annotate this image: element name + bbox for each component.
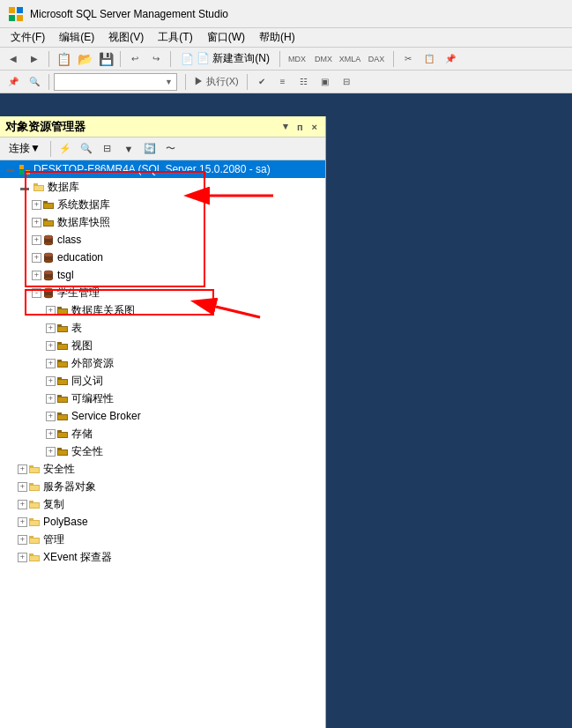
tree-node-replication[interactable]: + 复制 — [0, 495, 325, 513]
check-button[interactable]: ✔ — [252, 72, 271, 92]
new-query-button[interactable]: 📄 📄 新建查询(N) — [175, 49, 275, 68]
tree-node-security[interactable]: + 安全性 — [0, 460, 325, 478]
oe-pin-button[interactable]: ▾ — [280, 121, 291, 132]
svg-rect-38 — [58, 327, 67, 331]
expander-storage[interactable]: + — [46, 429, 56, 439]
svg-point-23 — [44, 259, 53, 263]
svg-rect-73 — [29, 536, 33, 539]
svg-rect-77 — [30, 556, 39, 561]
expander-xevent[interactable]: + — [18, 553, 27, 562]
expander-management[interactable]: + — [18, 535, 27, 545]
oe-filter-button[interactable]: ⚡ — [56, 139, 75, 159]
tree-node-db-student[interactable]: - 学生管理 — [0, 284, 325, 301]
tree-node-xevent[interactable]: + XEvent 探查器 — [0, 548, 325, 566]
cut-button[interactable]: ✂ — [398, 49, 418, 69]
expander-replication[interactable]: + — [18, 500, 27, 509]
expander-sys-db[interactable]: + — [32, 200, 41, 210]
tree-node-sys-db[interactable]: + 系统数据库 — [0, 196, 325, 213]
expander-synonyms[interactable]: + — [46, 376, 56, 386]
tree-node-external[interactable]: + 外部资源 — [0, 354, 325, 372]
back-button[interactable]: ◀ — [4, 49, 23, 69]
svg-rect-64 — [29, 483, 33, 486]
menu-edit[interactable]: 编辑(E) — [52, 28, 101, 47]
svg-rect-68 — [30, 503, 39, 508]
tree-node-db-snapshot[interactable]: + 数据库快照 — [0, 213, 325, 231]
tree-node-programmability[interactable]: + 可编程性 — [0, 390, 325, 407]
xml-button[interactable]: XMLA — [338, 49, 362, 69]
tree-node-synonyms[interactable]: + 同义词 — [0, 372, 325, 390]
title-bar: Microsoft SQL Server Management Studio — [0, 0, 572, 28]
undo-button[interactable]: ↩ — [125, 49, 145, 69]
oe-wave-button[interactable]: 〜 — [161, 139, 181, 159]
execute-button[interactable]: ▶ 执行(X) — [190, 72, 242, 92]
menu-window[interactable]: 窗口(W) — [200, 28, 252, 47]
tree-node-tables[interactable]: + 表 — [0, 319, 325, 337]
expander-programmability[interactable]: + — [46, 394, 56, 404]
folder-snapshot-icon — [41, 215, 56, 229]
tree-node-polybase[interactable]: + PolyBase — [0, 513, 325, 531]
grid-button[interactable]: ☷ — [294, 72, 314, 92]
tree-node-db-class[interactable]: + class — [0, 231, 325, 249]
expander-databases[interactable]: ▬ — [18, 180, 32, 194]
expander-server-objects[interactable]: + — [18, 482, 27, 492]
oe-toolbar-sep1 — [50, 141, 51, 157]
menu-tools[interactable]: 工具(T) — [151, 28, 199, 47]
tree-node-views[interactable]: + 视图 — [0, 337, 325, 354]
menu-file[interactable]: 文件(F) — [4, 28, 52, 47]
expander-polybase[interactable]: + — [18, 517, 27, 527]
folder-views-icon — [56, 338, 70, 353]
expander-tables[interactable]: + — [46, 323, 56, 333]
expander-db-education[interactable]: + — [32, 253, 41, 263]
dax-button[interactable]: DAX — [364, 49, 389, 69]
expander-db-tsgl[interactable]: + — [32, 271, 41, 280]
tree-node-service-broker[interactable]: + Service Broker — [0, 407, 325, 425]
expander-server[interactable]: ▬ — [4, 162, 18, 176]
db-selector-arrow[interactable]: ▼ — [165, 78, 173, 86]
expander-db-class[interactable]: + — [32, 235, 41, 245]
expander-security[interactable]: + — [18, 464, 27, 474]
right-panel — [326, 116, 572, 728]
expander-external[interactable]: + — [46, 359, 56, 368]
object-explorer-panel: 对象资源管理器 ▾ п × 连接▼ ⚡ 🔍 ⊟ ▼ 🔄 〜 ▬ — [0, 116, 326, 728]
expander-service-broker[interactable]: + — [46, 412, 56, 421]
expander-diagrams[interactable]: + — [46, 306, 56, 316]
expander-db-snapshot[interactable]: + — [32, 218, 41, 227]
expander-db-student[interactable]: - — [32, 288, 41, 298]
oe-close-button[interactable]: × — [309, 122, 320, 132]
tree-node-db-tsgl[interactable]: + tsgl — [0, 266, 325, 284]
menu-view[interactable]: 视图(V) — [101, 28, 151, 47]
folder-programmability-icon — [56, 391, 70, 405]
save-button[interactable]: 💾 — [96, 49, 115, 69]
oe-search-button[interactable]: 🔍 — [77, 139, 96, 159]
dmx-button[interactable]: DMX — [311, 49, 336, 69]
tree-node-db-education[interactable]: + education — [0, 249, 325, 266]
filter-button[interactable]: 🔍 — [25, 72, 44, 92]
tree-node-databases[interactable]: ▬ 数据库 — [0, 178, 325, 196]
mdk-button[interactable]: MDX — [285, 49, 309, 69]
menu-help[interactable]: 帮助(H) — [252, 28, 302, 47]
oe-dock-button[interactable]: п — [294, 122, 306, 132]
svg-rect-15 — [43, 219, 48, 221]
results-button[interactable]: ▣ — [316, 72, 335, 92]
redo-button[interactable]: ↪ — [146, 49, 166, 69]
tree-node-server-objects[interactable]: + 服务器对象 — [0, 478, 325, 495]
pin-button[interactable]: 📌 — [4, 72, 23, 92]
oe-collapse-button[interactable]: ⊟ — [98, 139, 117, 159]
tree-node-server[interactable]: ▬ DESKTOP-E86MR4A (SQL Server 15.0.2080 … — [0, 160, 325, 178]
copy-button[interactable]: 📋 — [420, 49, 439, 69]
tree-node-storage[interactable]: + 存储 — [0, 425, 325, 442]
paste-button[interactable]: 📌 — [441, 49, 460, 69]
oe-refresh-button[interactable]: 🔄 — [140, 139, 160, 159]
tree-node-management[interactable]: + 管理 — [0, 531, 325, 548]
stop-button[interactable]: ⊟ — [337, 72, 356, 92]
oe-arrow-button[interactable]: ▼ — [119, 139, 138, 159]
tree-node-diagrams[interactable]: + 数据库关系图 — [0, 301, 325, 319]
expander-db-security[interactable]: + — [46, 447, 56, 457]
forward-button[interactable]: ▶ — [25, 49, 44, 69]
expander-views[interactable]: + — [46, 341, 56, 351]
parse-button[interactable]: ≡ — [273, 72, 293, 92]
tree-node-db-security[interactable]: + 安全性 — [0, 442, 325, 460]
new-button[interactable]: 📋 — [54, 49, 73, 69]
oe-connect-button[interactable]: 连接▼ — [4, 139, 46, 158]
open-button[interactable]: 📂 — [75, 49, 94, 69]
